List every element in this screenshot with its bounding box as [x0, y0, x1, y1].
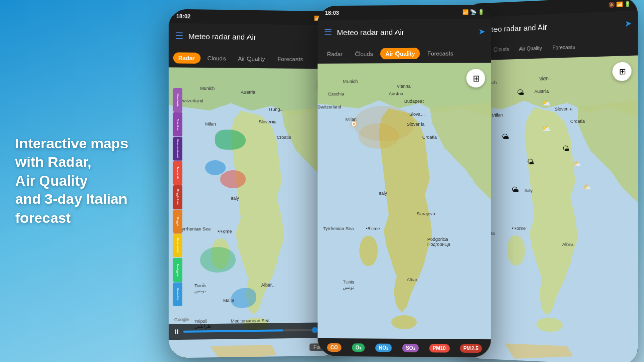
tab-radar-2[interactable]: Radar [322, 48, 348, 59]
menu-icon[interactable]: ☰ [175, 30, 183, 41]
weather-icon-6: 🌤 [562, 145, 569, 153]
phone-2-map[interactable]: Munich Vienna Budapest Czechia Austria S… [318, 63, 491, 357]
badge-pm25[interactable]: PM2.5 [460, 344, 482, 352]
phone-1-header: ☰ Meteo radar and Air ➤ [169, 23, 342, 50]
badge-o3[interactable]: O₃ [352, 343, 365, 352]
layer-button-2[interactable]: ⊞ [466, 69, 485, 87]
legend-neve-debole: Neve debole [173, 234, 182, 258]
badge-pm10[interactable]: PM10 [429, 344, 450, 352]
hero-line4: and 3-day Italian [15, 191, 127, 207]
badge-so2[interactable]: SO₂ [402, 343, 418, 352]
tab-clouds-1[interactable]: Clouds [202, 52, 231, 64]
phone-1-map[interactable]: Munich Switzerland Austria Hung... Slove… [169, 67, 342, 358]
timeline-progress [183, 329, 283, 332]
svg-point-4 [359, 236, 378, 266]
phone-3-app-title: Meteo radar and Air [481, 19, 620, 34]
legend-pioviggine: Pioviggine [173, 258, 182, 282]
location-icon-2[interactable]: ➤ [478, 26, 485, 36]
tab-clouds-2[interactable]: Clouds [350, 48, 379, 59]
weather-icon-2: 🌤 [517, 88, 524, 96]
legend-pioggia: Pioggia [173, 210, 182, 234]
phone-1: 18:02 📶📡🔋 ☰ Meteo radar and Air ➤ Radar … [169, 9, 342, 358]
pause-icon[interactable]: ⏸ [173, 328, 180, 336]
phone-3-status-icons: 🔕📶🔋 [608, 1, 630, 7]
phone-2-screen: 18:03 📶📡🔋 ☰ Meteo radar and Air ➤ Radar … [318, 5, 491, 358]
legend-neve-mod: Neve moderata [173, 137, 182, 161]
legend-neve-forte: Neve forte [173, 88, 182, 112]
legend-grandine: Grandine [173, 112, 182, 136]
phone-2-header: ☰ Meteo radar and Air ➤ [318, 19, 491, 44]
forecast-timeline: ⏸ 18:50 [169, 322, 342, 340]
radar-blob-1 [215, 130, 246, 150]
tab-airquality-2[interactable]: Air Quality [380, 47, 420, 59]
pollutants-bar: CO O₃ NO₂ SO₂ PM10 PM2.5 [318, 338, 491, 357]
hero-line5: forecast [15, 210, 71, 226]
phone-2: 18:03 📶📡🔋 ☰ Meteo radar and Air ➤ Radar … [318, 5, 491, 358]
tab-forecasts-1[interactable]: Forecasts [272, 53, 308, 65]
phone-2-app-title: Meteo radar and Air [337, 27, 473, 37]
location-icon-3[interactable]: ➤ [625, 18, 631, 29]
weather-icon-10: ⛅ [583, 183, 591, 191]
hero-section: Interactive maps with Radar, Air Quality… [15, 135, 158, 227]
legend-nevischio: Nevischio [173, 282, 182, 306]
legend-strip: Neve forte Grandine Neve moderata Tempor… [173, 88, 182, 307]
radar-blob-4 [200, 247, 236, 273]
weather-icon-7: ⛅ [573, 160, 581, 168]
google-watermark-1: Google [174, 317, 189, 322]
milan-dot-2 [352, 122, 356, 126]
phone-1-screen: 18:02 📶📡🔋 ☰ Meteo radar and Air ➤ Radar … [169, 9, 342, 358]
tab-forecasts-3[interactable]: Forecasts [549, 42, 579, 53]
menu-icon-2[interactable]: ☰ [324, 27, 332, 38]
weather-icon-9: 🌥 [512, 186, 519, 194]
hero-line2: with Radar, [15, 154, 91, 170]
tab-clouds-3[interactable]: Clouds [490, 44, 513, 55]
tab-airquality-1[interactable]: Air Quality [233, 53, 270, 64]
weather-icon-5: ⛅ [542, 124, 551, 133]
radar-blob-2 [205, 160, 226, 175]
weather-icon-8: 🌤 [527, 158, 534, 166]
phone-2-status-icons: 📶📡🔋 [462, 9, 484, 14]
hero-line3: Air Quality [15, 173, 88, 189]
tab-forecasts-2[interactable]: Forecasts [422, 47, 458, 59]
phones-container: 18:02 📶📡🔋 ☰ Meteo radar and Air ➤ Radar … [144, 0, 644, 362]
tab-radar-1[interactable]: Radar [173, 52, 200, 64]
phone-2-time: 18:03 [325, 10, 339, 16]
weather-icon-3: ⛅ [542, 99, 551, 107]
badge-co[interactable]: CO [327, 343, 342, 351]
phone-1-tab-bar: Radar Clouds Air Quality Forecasts [169, 48, 342, 69]
map-svg-1 [169, 67, 342, 358]
svg-point-7 [358, 123, 399, 149]
timeline-bar[interactable] [183, 329, 316, 333]
phone-1-app-title: Meteo radar and Air [188, 32, 325, 42]
tab-airquality-3[interactable]: Air Quality [515, 43, 546, 54]
phone-2-status-bar: 18:03 📶📡🔋 [318, 5, 491, 20]
map-svg-2 [318, 63, 491, 357]
phone-1-status-bar: 18:02 📶📡🔋 [169, 9, 342, 25]
badge-no2[interactable]: NO₂ [375, 343, 392, 352]
hero-line1: Interactive maps [15, 136, 128, 151]
legend-pioggia-forte: Pioggia forte [173, 185, 182, 209]
radar-blob-3 [220, 170, 246, 188]
phone-1-time: 18:02 [176, 13, 190, 19]
weather-icon-4: 🌥 [502, 133, 509, 141]
phone-2-tab-bar: Radar Clouds Air Quality Forecasts [318, 43, 491, 64]
legend-temporale: Temporale [173, 161, 182, 185]
